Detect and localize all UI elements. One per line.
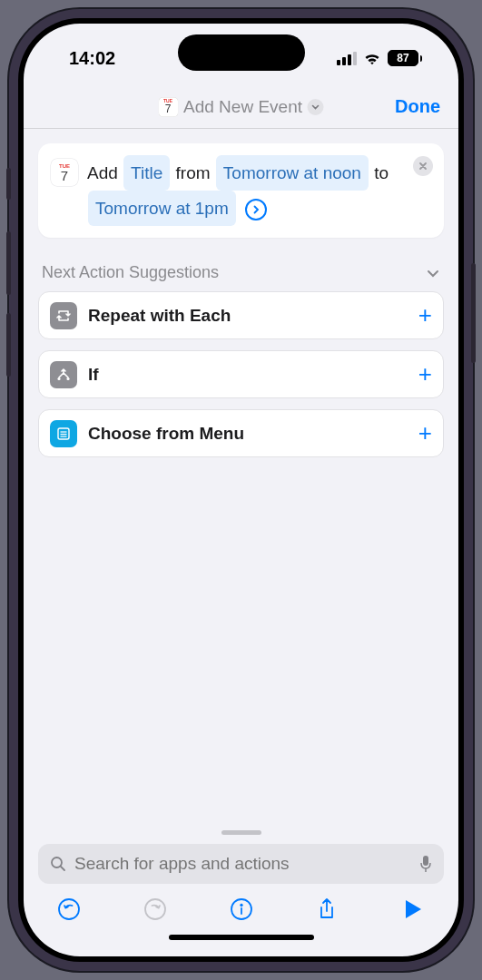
chevron-down-icon	[308, 99, 324, 115]
dynamic-island	[178, 34, 305, 71]
screen: 14:02 87 TUE 7	[24, 24, 458, 956]
svg-rect-8	[423, 856, 428, 866]
cellular-signal-icon	[337, 52, 357, 65]
search-bar[interactable]	[38, 844, 444, 884]
suggestions-header[interactable]: Next Action Suggestions	[42, 263, 440, 282]
wifi-icon	[363, 52, 381, 65]
event-end-token[interactable]: Tomorrow at 1pm	[88, 191, 236, 226]
action-word-add: Add	[87, 163, 118, 182]
phone-volume-up	[6, 231, 11, 295]
shortcut-title: Add New Event	[183, 97, 302, 117]
battery-level: 87	[397, 52, 408, 64]
suggestion-choose-from-menu[interactable]: Choose from Menu +	[38, 409, 444, 457]
action-add-event[interactable]: TUE 7 Add Title from Tomorrow at noon to…	[38, 143, 444, 238]
action-text: Add Title from Tomorrow at noon to Tomor…	[87, 155, 431, 226]
done-button[interactable]: Done	[395, 96, 440, 117]
share-button[interactable]	[314, 897, 339, 922]
show-more-button[interactable]	[245, 199, 267, 220]
toolbar	[38, 884, 444, 929]
svg-point-1	[66, 377, 69, 380]
repeat-icon	[50, 302, 77, 329]
add-suggestion-button[interactable]: +	[418, 419, 432, 447]
svg-point-0	[57, 377, 60, 380]
action-word-from: from	[176, 163, 211, 182]
event-start-token[interactable]: Tomorrow at noon	[216, 155, 369, 191]
search-input[interactable]	[74, 854, 411, 874]
suggestion-repeat-with-each[interactable]: Repeat with Each +	[38, 291, 444, 339]
delete-action-button[interactable]	[413, 156, 433, 176]
content-area: TUE 7 Add Title from Tomorrow at noon to…	[24, 129, 458, 830]
bottom-panel	[24, 830, 458, 956]
suggestion-if[interactable]: If +	[38, 350, 444, 398]
suggestion-label: Repeat with Each	[88, 306, 408, 326]
search-icon	[49, 855, 67, 873]
phone-volume-down	[6, 313, 11, 377]
event-title-token[interactable]: Title	[123, 155, 170, 191]
home-indicator[interactable]	[169, 935, 314, 940]
svg-point-10	[59, 899, 79, 919]
shortcut-title-button[interactable]: TUE 7 Add New Event	[158, 97, 324, 117]
undo-button[interactable]	[56, 897, 82, 922]
status-time: 14:02	[69, 48, 115, 69]
drawer-grabber[interactable]	[221, 830, 261, 835]
redo-button	[143, 897, 168, 922]
status-indicators: 87	[337, 50, 422, 66]
chevron-down-icon	[426, 266, 440, 280]
action-word-to: to	[374, 163, 389, 182]
menu-icon	[50, 420, 77, 447]
add-suggestion-button[interactable]: +	[418, 360, 432, 388]
info-button[interactable]	[229, 897, 254, 922]
svg-point-6	[52, 858, 62, 867]
svg-point-11	[145, 899, 165, 919]
phone-frame: 14:02 87 TUE 7	[9, 9, 473, 971]
suggestion-label: If	[88, 365, 408, 385]
phone-bezel: 14:02 87 TUE 7	[18, 18, 464, 962]
chevron-right-icon	[251, 205, 261, 214]
add-suggestion-button[interactable]: +	[418, 301, 432, 329]
branch-icon	[50, 361, 77, 388]
suggestions-title: Next Action Suggestions	[42, 263, 219, 282]
microphone-icon[interactable]	[418, 854, 433, 874]
svg-line-7	[61, 867, 64, 870]
phone-silent-switch	[6, 168, 11, 200]
close-icon	[418, 162, 428, 171]
suggestion-label: Choose from Menu	[88, 424, 408, 444]
navigation-bar: TUE 7 Add New Event Done	[24, 85, 458, 129]
run-button[interactable]	[400, 897, 426, 922]
battery-indicator: 87	[388, 50, 422, 66]
phone-power-button	[471, 263, 476, 363]
svg-point-13	[240, 904, 242, 906]
calendar-app-icon: TUE 7	[158, 97, 178, 117]
calendar-action-icon: TUE 7	[51, 159, 78, 186]
